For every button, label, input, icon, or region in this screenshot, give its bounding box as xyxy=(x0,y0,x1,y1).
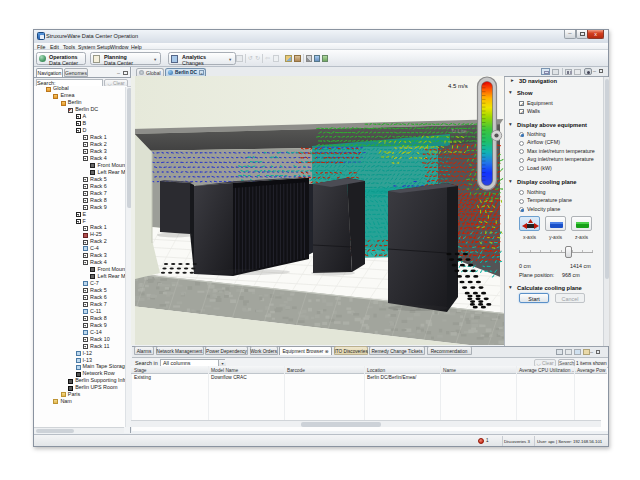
svg-text:4.5 m/s: 4.5 m/s xyxy=(448,83,468,89)
svg-text:↻ Lite: ↻ Lite xyxy=(451,128,467,134)
